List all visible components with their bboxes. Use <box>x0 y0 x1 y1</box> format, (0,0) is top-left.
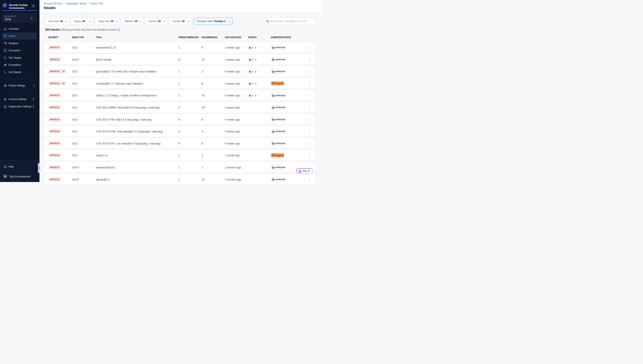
svg-text:?: ? <box>5 166 6 167</box>
